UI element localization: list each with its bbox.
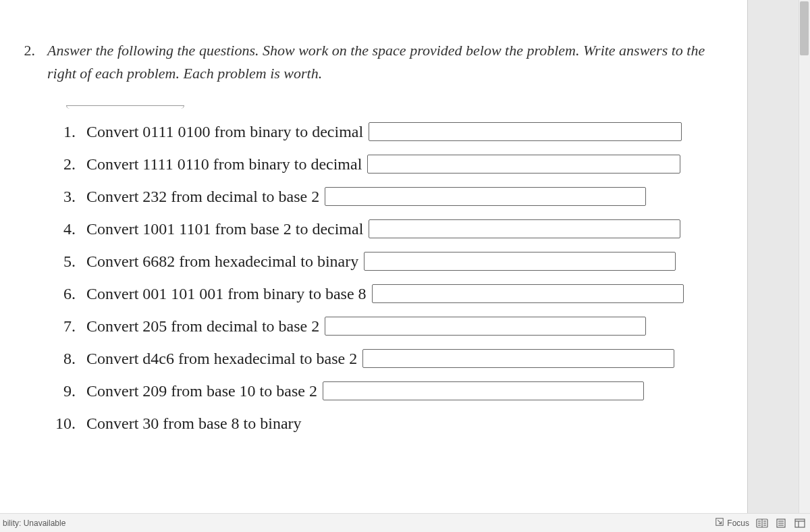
- question-number: 3.: [54, 188, 86, 206]
- question-number: 9.: [54, 382, 86, 400]
- answer-input-7[interactable]: [325, 317, 646, 336]
- input-stub-top: [66, 105, 184, 109]
- answer-input-2[interactable]: [367, 155, 680, 174]
- scrollbar-track[interactable]: [799, 0, 810, 513]
- scrollbar-thumb[interactable]: [800, 1, 809, 55]
- web-layout-icon[interactable]: [794, 518, 806, 529]
- answer-input-1[interactable]: [369, 122, 682, 141]
- svg-rect-13: [795, 519, 805, 527]
- focus-label: Focus: [727, 518, 749, 528]
- question-number: 1.: [54, 123, 86, 141]
- question-text: Convert 0111 0100 from binary to decimal: [86, 123, 363, 141]
- document-page: 2. Answer the following the questions. S…: [0, 0, 748, 513]
- instruction-text: Answer the following the questions. Show…: [47, 39, 727, 85]
- focus-icon: [715, 517, 724, 529]
- question-text: Convert 232 from decimal to base 2: [86, 188, 319, 206]
- instruction-number: 2.: [20, 39, 47, 85]
- question-number: 4.: [54, 220, 86, 238]
- answer-input-5[interactable]: [364, 252, 676, 271]
- answer-input-4[interactable]: [369, 219, 680, 238]
- status-right-group: Focus: [715, 517, 810, 529]
- answer-input-8[interactable]: [362, 349, 674, 368]
- content-area: 2. Answer the following the questions. S…: [0, 0, 747, 457]
- question-text: Convert 1111 0110 from binary to decimal: [86, 155, 362, 174]
- question-number: 8.: [54, 350, 86, 368]
- question-number: 10.: [54, 415, 86, 433]
- read-mode-icon[interactable]: [756, 518, 768, 529]
- status-bar: bility: Unavailable Focus: [0, 513, 810, 532]
- main-instruction: 2. Answer the following the questions. S…: [20, 39, 727, 85]
- question-row: 4. Convert 1001 1101 from base 2 to deci…: [54, 217, 727, 241]
- question-text: Convert d4c6 from hexadecimal to base 2: [86, 350, 357, 368]
- question-row: 2. Convert 1111 0110 from binary to deci…: [54, 152, 727, 176]
- question-text: Convert 30 from base 8 to binary: [86, 415, 302, 433]
- question-text: Convert 205 from decimal to base 2: [86, 317, 319, 336]
- question-text: Convert 1001 1101 from base 2 to decimal: [86, 220, 363, 238]
- question-number: 7.: [54, 317, 86, 336]
- question-row: 9. Convert 209 from base 10 to base 2: [54, 379, 727, 403]
- answer-input-3[interactable]: [325, 187, 646, 206]
- focus-button[interactable]: Focus: [715, 517, 749, 529]
- question-text: Convert 6682 from hexadecimal to binary: [86, 252, 358, 271]
- right-gutter: [748, 0, 810, 513]
- questions-list: 1. Convert 0111 0100 from binary to deci…: [20, 105, 727, 435]
- question-row: 10. Convert 30 from base 8 to binary: [54, 411, 727, 435]
- question-row: 7. Convert 205 from decimal to base 2: [54, 314, 727, 338]
- question-text: Convert 001 101 001 from binary to base …: [86, 285, 367, 303]
- question-row: 3. Convert 232 from decimal to base 2: [54, 184, 727, 209]
- question-number: 6.: [54, 285, 86, 303]
- question-text: Convert 209 from base 10 to base 2: [86, 382, 317, 400]
- question-row: 1. Convert 0111 0100 from binary to deci…: [54, 119, 727, 144]
- status-left-text: bility: Unavailable: [0, 518, 715, 528]
- question-row: 8. Convert d4c6 from hexadecimal to base…: [54, 346, 727, 371]
- question-number: 2.: [54, 155, 86, 174]
- print-layout-icon[interactable]: [775, 518, 787, 529]
- answer-input-6[interactable]: [372, 284, 684, 303]
- question-row: 5. Convert 6682 from hexadecimal to bina…: [54, 249, 727, 273]
- question-number: 5.: [54, 252, 86, 271]
- question-row: 6. Convert 001 101 001 from binary to ba…: [54, 282, 727, 306]
- answer-input-9[interactable]: [323, 381, 644, 400]
